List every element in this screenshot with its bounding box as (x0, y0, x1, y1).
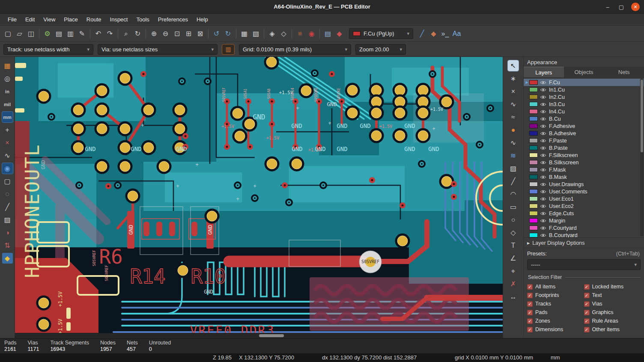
pad[interactable] (395, 234, 410, 249)
sketch-vias-icon[interactable]: ◌ (2, 189, 13, 199)
layer-display-options[interactable]: ▸ Layer Display Options (524, 237, 644, 248)
predefined-sizes-button[interactable]: ▥ (222, 44, 235, 55)
flip-board-icon[interactable]: ⇅ (2, 240, 13, 251)
checkbox[interactable]: ✓ (584, 293, 590, 298)
layer-row-edge-cuts[interactable]: Edge.Cuts (524, 210, 644, 217)
layer-row-in1-cu[interactable]: In1.Cu (524, 86, 644, 93)
pad[interactable] (369, 106, 384, 121)
new-board-icon[interactable]: ▢ (3, 28, 13, 39)
layer-color-swatch[interactable] (529, 196, 538, 201)
layer-row-f-adhesive[interactable]: F.Adhesive (524, 122, 644, 130)
checkbox[interactable]: ✓ (584, 318, 590, 324)
tab-nets[interactable]: Nets (604, 67, 644, 77)
visibility-eye-icon[interactable] (540, 131, 547, 136)
layer-color-swatch[interactable] (529, 87, 538, 92)
ungroup-icon[interactable]: ▧ (250, 28, 261, 39)
via[interactable] (204, 77, 212, 85)
units-mm-icon[interactable]: mm (2, 112, 13, 122)
via[interactable] (247, 144, 253, 150)
ratsnest-visibility-icon[interactable]: × (2, 137, 13, 148)
via[interactable] (75, 181, 83, 189)
curved-ratsnest-icon[interactable]: ∿ (2, 150, 13, 161)
zoom-fit-icon[interactable]: ⊡ (172, 28, 182, 39)
units-mils-icon[interactable]: mil (2, 99, 13, 110)
via[interactable] (251, 194, 259, 202)
via[interactable] (463, 113, 471, 121)
filter-text[interactable]: ✓Text (584, 292, 641, 298)
filter-pads[interactable]: ✓Pads (527, 309, 584, 315)
menu-item-edit[interactable]: Edit (21, 14, 39, 25)
visibility-eye-icon[interactable] (540, 190, 547, 194)
via[interactable] (245, 98, 251, 104)
layer-color-swatch[interactable] (529, 189, 538, 194)
unlock-icon[interactable]: ◇ (278, 28, 289, 39)
zoom-select[interactable]: Zoom 20.00 ▾ (355, 44, 406, 55)
visibility-eye-icon[interactable] (540, 88, 547, 92)
sketch-pads-icon[interactable]: ▢ (2, 176, 13, 187)
lock-icon[interactable]: ◈ (267, 28, 277, 39)
layer-color-swatch[interactable] (529, 138, 538, 143)
tab-objects[interactable]: Objects (564, 67, 604, 77)
layers-scrollbar[interactable] (640, 79, 644, 236)
highlighted-pad[interactable]: S0SVREF (359, 251, 382, 273)
refresh-view-icon[interactable]: ↻ (132, 28, 143, 39)
filter-all-items[interactable]: ✓All items (527, 284, 584, 290)
add-line-icon[interactable]: ╱ (508, 176, 519, 187)
tune-length-icon[interactable]: ∿ (508, 137, 519, 148)
visibility-eye-icon[interactable] (540, 211, 547, 216)
layer-color-swatch[interactable] (529, 233, 538, 237)
via[interactable] (269, 98, 275, 104)
track-width-select[interactable]: Track: use netclass width ▾ (3, 44, 93, 55)
menu-item-tools[interactable]: Tools (132, 14, 153, 25)
layer-row-f-paste[interactable]: F.Paste (524, 137, 644, 144)
checkbox[interactable]: ✓ (527, 284, 533, 290)
page-settings-icon[interactable]: ▤ (54, 28, 64, 39)
layer-color-swatch[interactable] (529, 145, 538, 150)
find-icon[interactable]: ⌕ (121, 28, 131, 39)
pad[interactable] (118, 159, 133, 174)
pad[interactable] (141, 103, 156, 118)
sketch-tracks-icon[interactable]: ╱ (2, 202, 13, 212)
layer-row-b-mask[interactable]: B.Mask (524, 173, 644, 181)
pad[interactable] (36, 89, 51, 104)
visibility-eye-icon[interactable] (540, 102, 547, 107)
pad[interactable] (230, 106, 245, 121)
layer-color-swatch[interactable] (529, 153, 538, 157)
pad[interactable] (173, 103, 188, 118)
via[interactable] (418, 160, 426, 168)
layer-row-f-silkscreen[interactable]: F.Silkscreen (524, 151, 644, 159)
layer-row-b-courtyard[interactable]: B.Courtyard (524, 231, 644, 237)
pad[interactable] (71, 122, 86, 136)
pad[interactable] (71, 140, 86, 155)
layer-color-swatch[interactable] (529, 80, 538, 85)
via[interactable] (48, 113, 55, 121)
via[interactable] (105, 183, 111, 189)
visibility-eye-icon[interactable] (540, 197, 547, 201)
filter-zones[interactable]: ✓Zones (527, 318, 584, 324)
pad[interactable] (95, 159, 110, 174)
layer-color-swatch[interactable] (529, 116, 538, 121)
add-zone-icon[interactable]: ▨ (508, 163, 519, 174)
scripting-console-icon[interactable]: »_ (440, 28, 450, 39)
rotate-ccw-icon[interactable]: ↺ (211, 28, 222, 39)
route-track-icon[interactable]: ∿ (508, 99, 519, 110)
layer-row-b-adhesive[interactable]: B.Adhesive (524, 130, 644, 137)
via[interactable] (476, 141, 483, 148)
layer-color-swatch[interactable] (529, 167, 538, 172)
filter-vias[interactable]: ✓Vias (584, 301, 641, 307)
pad[interactable] (71, 103, 86, 118)
layer-row-in3-cu[interactable]: In3.Cu (524, 101, 644, 108)
pad[interactable] (95, 83, 110, 98)
pad[interactable] (393, 128, 408, 143)
layer-color-swatch[interactable] (529, 102, 538, 107)
pad[interactable] (233, 129, 247, 144)
layer-row-user-eco1[interactable]: User.Eco1 (524, 195, 644, 202)
track-sizes-icon[interactable]: ≡ (295, 28, 305, 39)
pad[interactable] (345, 106, 360, 121)
pad[interactable] (205, 209, 220, 224)
visibility-eye-icon[interactable] (540, 153, 547, 157)
pad[interactable] (36, 317, 51, 332)
color-swap-icon[interactable]: ◆ (428, 28, 439, 39)
layer-row-b-cu[interactable]: B.Cu (524, 115, 644, 122)
menu-item-help[interactable]: Help (192, 14, 212, 25)
